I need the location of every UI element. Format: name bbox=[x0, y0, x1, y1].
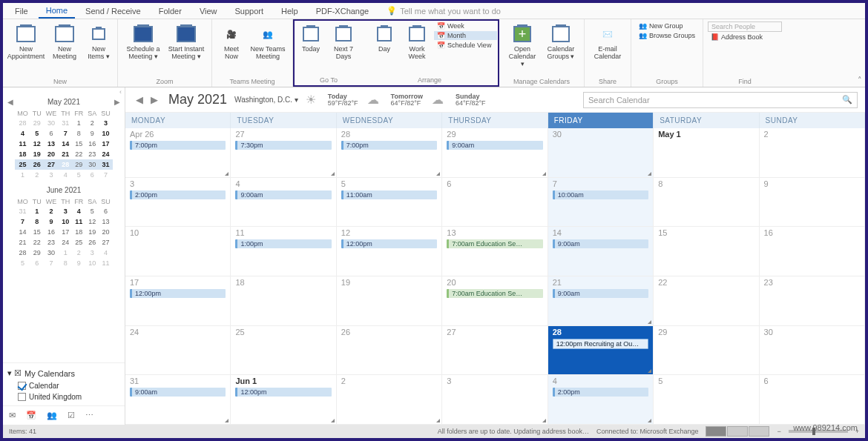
more-nav-icon[interactable]: ⋯ bbox=[85, 411, 93, 420]
calendar-cell[interactable]: 32:00pm bbox=[125, 178, 231, 228]
calendar-cell[interactable]: 2812:00pm Recruiting at Ou… bbox=[548, 326, 654, 376]
calendar-cell[interactable]: 319:00am bbox=[125, 375, 231, 425]
calendar-cell[interactable]: 10 bbox=[125, 227, 231, 276]
minical-june[interactable]: MOTUWETHFRSASU31123456789101112131415161… bbox=[15, 197, 113, 268]
calendar-cell[interactable]: 299:00am bbox=[442, 128, 548, 178]
calendar-cell[interactable]: 25 bbox=[231, 326, 336, 376]
tab-sendreceive[interactable]: Send / Receive bbox=[78, 4, 148, 18]
calendar-cell[interactable]: 2 bbox=[760, 128, 865, 178]
calendar-event[interactable]: 2:00pm bbox=[130, 190, 226, 199]
search-calendar-input[interactable]: Search Calendar 🔍 bbox=[583, 92, 858, 108]
calendar-event[interactable]: 7:00pm bbox=[341, 141, 437, 150]
my-calendars-toggle[interactable]: ▾ ☒ My Calendars bbox=[7, 366, 120, 380]
zoom-out-icon[interactable]: − bbox=[777, 428, 780, 435]
browse-groups-button[interactable]: 👥 Browse Groups bbox=[636, 31, 698, 40]
search-people-input[interactable]: Search People bbox=[708, 21, 782, 32]
tab-view[interactable]: View bbox=[192, 4, 225, 18]
calendar-cell[interactable]: 15 bbox=[654, 227, 759, 276]
calendar-event[interactable]: 10:00am bbox=[553, 190, 648, 199]
new-meeting-button[interactable]: New Meeting bbox=[46, 21, 83, 63]
tab-help[interactable]: Help bbox=[274, 4, 306, 18]
minical-next-icon[interactable]: ▶ bbox=[113, 98, 122, 106]
prev-month-icon[interactable]: ◀ bbox=[133, 94, 146, 105]
calendar-cell[interactable]: 22 bbox=[654, 276, 759, 326]
today-button[interactable]: Today bbox=[295, 21, 326, 56]
calendar-cell[interactable]: 19 bbox=[337, 276, 442, 326]
calendar-cell[interactable]: 8 bbox=[654, 178, 759, 228]
tab-support[interactable]: Support bbox=[228, 4, 272, 18]
calendar-cell[interactable]: 6 bbox=[442, 178, 548, 228]
calendar-event[interactable]: 11:00am bbox=[341, 190, 437, 199]
calendar-cell[interactable]: 16 bbox=[760, 227, 865, 276]
calendar-event[interactable]: 12:00pm Recruiting at Ou… bbox=[553, 339, 648, 349]
month-view-button[interactable]: 📅 Month bbox=[434, 31, 497, 40]
calendar-event[interactable]: 7:30pm bbox=[235, 141, 331, 150]
calendar-cell[interactable]: 18 bbox=[231, 276, 336, 326]
calendar-event[interactable]: 2:00pm bbox=[553, 388, 648, 397]
meet-now-button[interactable]: 🎥Meet Now bbox=[217, 21, 246, 63]
calendar-event[interactable]: 12:00pm bbox=[341, 239, 437, 248]
calendar-event[interactable]: 12:00pm bbox=[130, 289, 226, 298]
calendar-cell[interactable]: Jun 112:00pm bbox=[231, 375, 336, 425]
weather-location[interactable]: Washington, D.C. ▾ bbox=[234, 96, 298, 104]
calendar-cell[interactable]: Apr 267:00pm bbox=[125, 128, 231, 178]
calendar-cell[interactable]: 29 bbox=[654, 326, 759, 376]
calendar-event[interactable]: 9:00am bbox=[235, 190, 331, 199]
schedule-meeting-button[interactable]: Schedule a Meeting ▾ bbox=[122, 21, 164, 63]
week-view-button[interactable]: 📅 Week bbox=[434, 21, 497, 30]
schedule-view-button[interactable]: 📅 Schedule View bbox=[434, 41, 497, 50]
calendar-event[interactable]: 9:00am bbox=[553, 289, 648, 298]
email-calendar-button[interactable]: ✉️E-mail Calendar bbox=[589, 21, 626, 63]
instant-meeting-button[interactable]: Start Instant Meeting ▾ bbox=[165, 21, 207, 63]
calendar-cell[interactable]: 6 bbox=[760, 375, 865, 425]
minical-may[interactable]: MOTUWETHFRSASU28293031123456789101112131… bbox=[15, 109, 113, 180]
calendar-cell[interactable]: 23 bbox=[760, 276, 865, 326]
calendar-cell[interactable]: 149:00am bbox=[548, 227, 654, 276]
calendar-event[interactable]: 1:00pm bbox=[235, 239, 331, 248]
new-teams-meeting-button[interactable]: 👥New Teams Meeting bbox=[248, 21, 288, 63]
day-view-button[interactable]: Day bbox=[369, 21, 400, 56]
tasks-nav-icon[interactable]: ☑ bbox=[68, 411, 75, 420]
calendar-cell[interactable]: 219:00am bbox=[548, 276, 654, 326]
calendar-cell[interactable]: 5 bbox=[654, 375, 759, 425]
calendar-cell[interactable]: May 1 bbox=[654, 128, 759, 178]
calendar-cell[interactable]: 30 bbox=[760, 326, 865, 376]
calendar-cell[interactable]: 49:00am bbox=[231, 178, 336, 228]
uk-calendar-checkbox[interactable]: United Kingdom bbox=[7, 391, 120, 402]
open-calendar-button[interactable]: Open Calendar ▾ bbox=[504, 21, 541, 70]
calendar-cell[interactable]: 1712:00pm bbox=[125, 276, 231, 326]
tell-me[interactable]: 💡 Tell me what you want to do bbox=[387, 6, 501, 16]
calendar-event[interactable]: 9:00am bbox=[553, 239, 648, 248]
calendar-cell[interactable]: 42:00pm bbox=[548, 375, 654, 425]
calendar-checkbox[interactable]: Calendar bbox=[7, 380, 120, 391]
calendar-cell[interactable]: 137:00am Education Se… bbox=[442, 227, 548, 276]
calendar-cell[interactable]: 111:00pm bbox=[231, 227, 336, 276]
tab-folder[interactable]: Folder bbox=[151, 4, 189, 18]
collapse-ribbon-icon[interactable]: ˄ bbox=[858, 76, 862, 85]
calendar-cell[interactable]: 27 bbox=[442, 326, 548, 376]
calendar-cell[interactable]: 24 bbox=[125, 326, 231, 376]
calendar-cell[interactable]: 30 bbox=[548, 128, 654, 178]
tab-home[interactable]: Home bbox=[39, 4, 75, 19]
calendar-cell[interactable]: 710:00am bbox=[548, 178, 654, 228]
calendar-cell[interactable]: 2 bbox=[337, 375, 442, 425]
new-group-button[interactable]: 👥 New Group bbox=[636, 21, 698, 30]
calendar-event[interactable]: 9:00am bbox=[130, 388, 226, 397]
calendar-event[interactable]: 9:00am bbox=[447, 141, 542, 150]
calendar-cell[interactable]: 287:00pm bbox=[337, 128, 442, 178]
calendar-event[interactable]: 12:00pm bbox=[235, 388, 331, 397]
calendar-event[interactable]: 7:00pm bbox=[130, 141, 226, 150]
calendar-cell[interactable]: 1212:00pm bbox=[337, 227, 442, 276]
calendar-nav-icon[interactable]: 📅 bbox=[26, 411, 36, 420]
next7days-button[interactable]: Next 7 Days bbox=[328, 21, 359, 63]
calendar-cell[interactable]: 3 bbox=[442, 375, 548, 425]
minical-prev-icon[interactable]: ◀ bbox=[6, 98, 15, 106]
tab-file[interactable]: File bbox=[7, 4, 36, 18]
workweek-view-button[interactable]: Work Week bbox=[401, 21, 433, 63]
calendar-groups-button[interactable]: Calendar Groups ▾ bbox=[542, 21, 579, 63]
address-book-button[interactable]: 📕 Address Book bbox=[708, 33, 782, 42]
next-month-icon[interactable]: ▶ bbox=[148, 94, 161, 105]
calendar-cell[interactable]: 207:00am Education Se… bbox=[442, 276, 548, 326]
status-view-buttons[interactable] bbox=[706, 426, 769, 437]
calendar-event[interactable]: 7:00am Education Se… bbox=[447, 239, 542, 248]
